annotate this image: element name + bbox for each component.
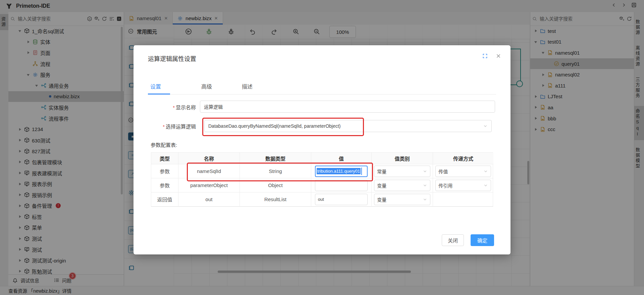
close-button[interactable]: 关闭	[442, 234, 464, 246]
col-header: 值	[311, 153, 372, 164]
logic-select-label: *选择运算逻辑	[142, 123, 196, 130]
expand-icon[interactable]	[482, 53, 488, 59]
text-cursor	[361, 168, 362, 175]
pass-mode-cell: 传值	[433, 164, 493, 178]
chevron-down-icon	[483, 124, 488, 128]
param-type: 参数	[151, 178, 178, 192]
display-name-input[interactable]: 运算逻辑	[200, 101, 495, 113]
value-category-cell: 变量	[372, 192, 433, 206]
param-table: 类型 名称 数据类型 值 值类别 传递方式 参数 nameSqlId Strin…	[151, 152, 493, 207]
value-category-select[interactable]: 常量	[374, 166, 430, 177]
chevron-down-icon	[483, 169, 488, 174]
col-header: 类型	[151, 153, 178, 164]
active-tab-underline	[148, 94, 170, 95]
value-category-cell: 变量	[372, 178, 433, 192]
ok-button[interactable]: 确定	[471, 234, 494, 246]
pass-mode-cell-empty	[433, 192, 493, 206]
param-value-cell	[311, 178, 372, 192]
col-header: 传递方式	[433, 153, 493, 164]
param-name: parameterObject	[178, 178, 240, 192]
param-datatype: ResultList	[240, 192, 311, 206]
pass-mode-select[interactable]: 传值	[435, 166, 491, 177]
display-name-label: *显示名称	[142, 104, 196, 111]
param-name: nameSqlId	[178, 164, 240, 178]
param-value-cell: tribution.a111.query01	[311, 164, 372, 178]
param-name: out	[178, 192, 240, 206]
close-icon[interactable]	[496, 53, 501, 59]
col-header: 名称	[178, 153, 240, 164]
tab-divider	[148, 94, 496, 95]
param-datatype: String	[240, 164, 311, 178]
logic-select[interactable]: DatabaseDao.queryByNamedSql(nameSqlId, p…	[204, 120, 492, 132]
col-header: 值类别	[372, 153, 433, 164]
pass-mode-cell: 传引用	[433, 178, 493, 192]
selected-text: tribution.a111.query01	[317, 168, 361, 174]
col-header: 数据类型	[240, 153, 311, 164]
param-table-caption: 参数配置表:	[151, 141, 177, 148]
chevron-down-icon	[423, 183, 427, 188]
value-input[interactable]: tribution.a111.query01	[315, 166, 368, 177]
tab-description[interactable]: 描述	[242, 82, 253, 90]
value-input[interactable]: out	[315, 194, 368, 205]
chevron-down-icon	[483, 183, 488, 188]
param-value-cell: out	[311, 192, 372, 206]
tab-settings[interactable]: 设置	[150, 82, 161, 90]
value-input[interactable]	[315, 180, 368, 191]
chevron-down-icon	[423, 197, 427, 202]
value-category-cell: 常量	[372, 164, 433, 178]
value-category-select[interactable]: 变量	[374, 180, 430, 191]
param-datatype: Object	[240, 178, 311, 192]
logic-properties-dialog: 运算逻辑属性设置 设置 高级 描述 *显示名称 运算逻辑 *选择运算逻辑 Dat…	[133, 45, 511, 254]
app-window: Primeton-IDE 资源 1_命名sql测试 实	[0, 0, 644, 295]
param-type: 返回值	[151, 192, 178, 206]
param-type: 参数	[151, 164, 178, 178]
dialog-title: 运算逻辑属性设置	[148, 54, 196, 63]
value-category-select[interactable]: 变量	[374, 194, 430, 205]
chevron-down-icon	[423, 169, 427, 174]
pass-mode-select[interactable]: 传引用	[435, 180, 491, 191]
tab-advanced[interactable]: 高级	[201, 82, 212, 90]
